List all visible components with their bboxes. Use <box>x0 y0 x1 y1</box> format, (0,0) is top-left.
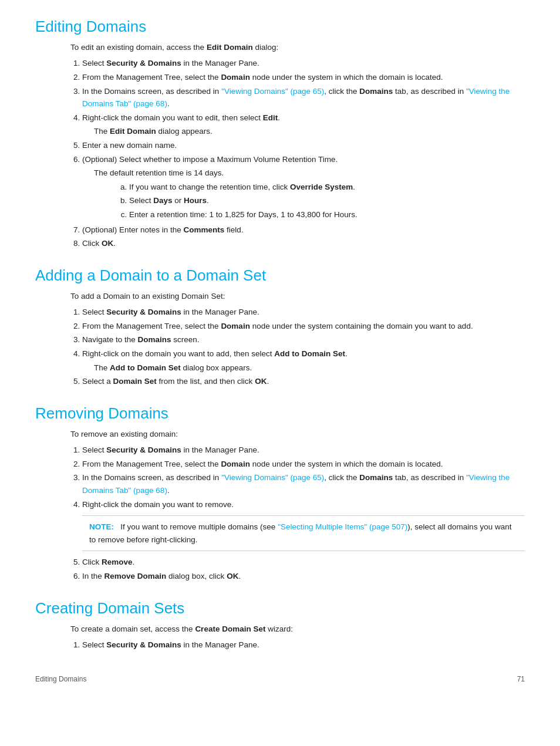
step-item: (Optional) Select whether to impose a Ma… <box>82 153 525 221</box>
link-viewing-domains-65-removing[interactable]: "Viewing Domains" (page 65) <box>221 473 324 482</box>
step-item: Select Security & Domains in the Manager… <box>82 639 525 652</box>
step-item: Click OK. <box>82 237 525 250</box>
note-label: NOTE: <box>89 522 114 531</box>
section-editing-domains: Editing Domains To edit an existing doma… <box>35 18 525 250</box>
section-intro-editing-domains: To edit an existing domain, access the E… <box>70 42 525 53</box>
step-item: (Optional) Enter notes in the Comments f… <box>82 224 525 237</box>
step-item: From the Management Tree, select the Dom… <box>82 71 525 84</box>
sub-step-item: Enter a retention time: 1 to 1,825 for D… <box>129 208 525 221</box>
step-item: Navigate to the Domains screen. <box>82 333 525 346</box>
step-item: Select Security & Domains in the Manager… <box>82 444 525 457</box>
step-item: Select Security & Domains in the Manager… <box>82 57 525 70</box>
page-footer: Editing Domains 71 <box>35 675 525 683</box>
step-item: Enter a new domain name. <box>82 139 525 152</box>
step-item: In the Domains screen, as described in "… <box>82 471 525 497</box>
step-item: Right-click on the domain you want to ad… <box>82 347 525 374</box>
section-intro-creating-domain-sets: To create a domain set, access the Creat… <box>70 623 525 635</box>
step-item: Select Security & Domains in the Manager… <box>82 306 525 319</box>
steps-list-creating-domain-sets: Select Security & Domains in the Manager… <box>82 639 525 652</box>
step-item: Click Remove. <box>82 556 525 569</box>
step-item: In the Remove Domain dialog box, click O… <box>82 570 525 583</box>
footer-left: Editing Domains <box>35 675 86 683</box>
step-item: In the Domains screen, as described in "… <box>82 85 525 110</box>
steps-list-adding-domain: Select Security & Domains in the Manager… <box>82 306 525 388</box>
step-item: From the Management Tree, select the Dom… <box>82 320 525 333</box>
step-item: Right-click the domain you want to edit,… <box>82 112 525 138</box>
section-intro-adding-domain: To add a Domain to an existing Domain Se… <box>70 291 525 302</box>
sub-step-item: If you want to change the retention time… <box>129 181 525 194</box>
section-removing-domains: Removing Domains To remove an existing d… <box>35 404 525 583</box>
section-title-editing-domains: Editing Domains <box>35 18 525 36</box>
section-intro-removing-domains: To remove an existing domain: <box>70 428 525 440</box>
step-item: Right-click the domain you want to remov… <box>82 498 525 552</box>
step-item: Select a Domain Set from the list, and t… <box>82 375 525 388</box>
section-title-adding-domain: Adding a Domain to a Domain Set <box>35 266 525 285</box>
footer-right: 71 <box>517 675 525 683</box>
step-sub-text: The Edit Domain dialog appears. <box>94 125 525 138</box>
note-box: NOTE: If you want to remove multiple dom… <box>82 515 525 551</box>
section-title-removing-domains: Removing Domains <box>35 404 525 423</box>
steps-list-removing-domains: Select Security & Domains in the Manager… <box>82 444 525 582</box>
steps-list-editing-domains: Select Security & Domains in the Manager… <box>82 57 525 249</box>
link-selecting-multiple-items[interactable]: "Selecting Multiple Items" (page 507) <box>278 522 407 531</box>
sub-step-item: Select Days or Hours. <box>129 194 525 207</box>
step-item: From the Management Tree, select the Dom… <box>82 458 525 471</box>
section-creating-domain-sets: Creating Domain Sets To create a domain … <box>35 599 525 652</box>
section-title-creating-domain-sets: Creating Domain Sets <box>35 599 525 617</box>
link-viewing-domains-65[interactable]: "Viewing Domains" (page 65) <box>221 87 324 96</box>
sub-steps-list: If you want to change the retention time… <box>129 181 525 221</box>
step-sub-text: The Add to Domain Set dialog box appears… <box>94 362 525 374</box>
step-sub-text: The default retention time is 14 days. <box>94 167 525 180</box>
section-adding-domain: Adding a Domain to a Domain Set To add a… <box>35 266 525 388</box>
